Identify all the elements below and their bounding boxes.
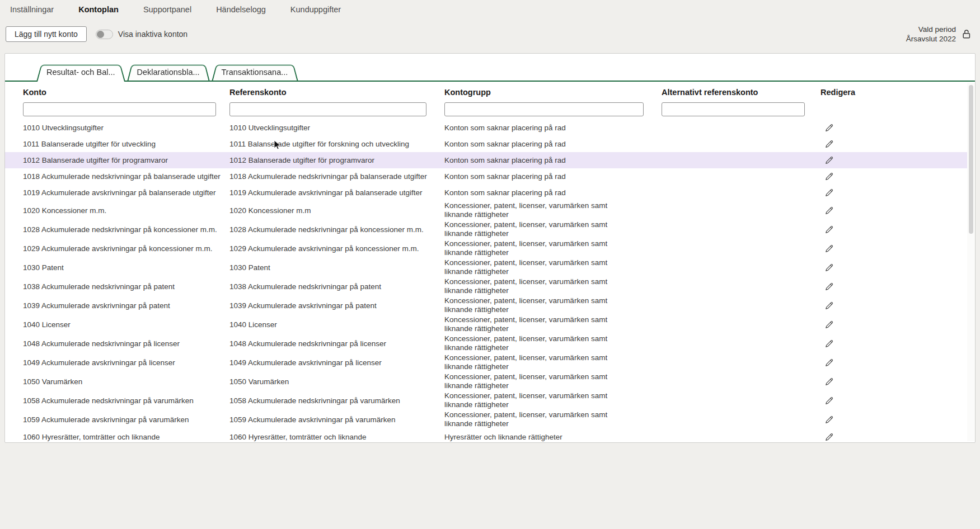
edit-cell — [820, 224, 865, 235]
referenskonto-cell: 1048 Ackumulerade nedskrivningar på lice… — [229, 339, 444, 348]
table-row[interactable]: 1020 Koncessioner m.m.1020 Koncessioner … — [5, 201, 975, 220]
vertical-scrollbar[interactable] — [967, 83, 975, 441]
table-row[interactable]: 1059 Ackumulerade avskrivningar på varum… — [5, 410, 975, 429]
table-row[interactable]: 1058 Ackumulerade nedskrivningar på varu… — [5, 391, 975, 410]
pencil-icon[interactable] — [824, 155, 834, 166]
referenskonto-cell: 1060 Hyresrätter, tomträtter och liknand… — [229, 433, 444, 441]
pencil-icon[interactable] — [824, 224, 834, 235]
edit-cell — [820, 155, 865, 166]
pencil-icon[interactable] — [824, 376, 834, 387]
pencil-icon[interactable] — [824, 139, 834, 149]
nav-item-kunduppgifter[interactable]: Kunduppgifter — [290, 5, 341, 14]
referenskonto-cell: 1029 Ackumulerade avskrivningar på konce… — [229, 244, 444, 253]
nav-item-installningar[interactable]: Inställningar — [10, 5, 54, 14]
konto-cell: 1048 Ackumulerade nedskrivningar på lice… — [23, 339, 229, 348]
kontogrupp-cell: Hyresrätter och liknande rättigheter — [444, 432, 630, 442]
referenskonto-cell: 1038 Ackumulerade nedskrivningar på pate… — [229, 282, 444, 291]
table-row[interactable]: 1038 Ackumulerade nedskrivningar på pate… — [5, 277, 975, 296]
pencil-icon[interactable] — [824, 171, 834, 182]
edit-cell — [820, 262, 865, 273]
kontogrupp-cell: Konton som saknar placering på rad — [444, 139, 630, 149]
table-row[interactable]: 1028 Ackumulerade nedskrivningar på konc… — [5, 220, 975, 239]
edit-cell — [820, 122, 865, 133]
pencil-icon[interactable] — [824, 395, 834, 406]
konto-cell: 1018 Ackumulerade nedskrivningar på bala… — [23, 172, 229, 181]
pencil-icon[interactable] — [824, 414, 834, 425]
tab-resultat-och-bal[interactable]: Resultat- och Bal... — [36, 63, 125, 82]
referenskonto-cell: 1049 Ackumulerade avskrivningar på licen… — [229, 358, 444, 367]
toolbar: Lägg till nytt konto Visa inaktiva konto… — [0, 22, 980, 46]
table-row[interactable]: 1040 Licenser1040 LicenserKoncessioner, … — [5, 315, 975, 334]
show-inactive-toggle[interactable]: Visa inaktiva konton — [96, 30, 187, 39]
table-row[interactable]: 1029 Ackumulerade avskrivningar på konce… — [5, 239, 975, 258]
column-header-redigera: Redigera — [820, 88, 865, 97]
table-row[interactable]: 1060 Hyresrätter, tomträtter och liknand… — [5, 429, 975, 443]
konto-cell: 1020 Koncessioner m.m. — [23, 206, 229, 215]
pencil-icon[interactable] — [824, 338, 834, 349]
filter-row — [5, 102, 975, 116]
table-row[interactable]: 1010 Utvecklingsutgifter1010 Utvecklings… — [5, 120, 975, 136]
account-rows: 1010 Utvecklingsutgifter1010 Utvecklings… — [5, 120, 975, 443]
kontogrupp-filter-input[interactable] — [444, 102, 644, 116]
konto-cell: 1059 Ackumulerade avskrivningar på varum… — [23, 415, 229, 424]
kontogrupp-cell: Konton som saknar placering på rad — [444, 188, 630, 198]
nav-item-handelselogg[interactable]: Händelselogg — [216, 5, 266, 14]
edit-cell — [820, 319, 865, 330]
kontogrupp-cell: Konton som saknar placering på rad — [444, 155, 630, 166]
selected-period: Vald period Årsavslut 2022 — [906, 25, 972, 44]
referenskonto-cell: 1019 Ackumulerade avskrivningar på balan… — [229, 188, 444, 197]
table-row[interactable]: 1030 Patent1030 PatentKoncessioner, pate… — [5, 258, 975, 277]
table-row[interactable]: 1018 Ackumulerade nedskrivningar på bala… — [5, 168, 975, 185]
referenskonto-cell: 1010 Utvecklingsutgifter — [229, 124, 444, 132]
add-account-button[interactable]: Lägg till nytt konto — [6, 26, 87, 42]
table-row[interactable]: 1012 Balanserade utgifter för programvar… — [5, 152, 975, 168]
table-row[interactable]: 1048 Ackumulerade nedskrivningar på lice… — [5, 334, 975, 353]
tab-deklarationsbla[interactable]: Deklarationsbla... — [127, 63, 210, 82]
referenskonto-cell: 1028 Ackumulerade nedskrivningar på konc… — [229, 225, 444, 234]
toggle-knob — [97, 31, 104, 38]
pencil-icon[interactable] — [824, 357, 834, 368]
konto-filter-input[interactable] — [23, 102, 216, 116]
column-header-alt-referenskonto: Alternativt referenskonto — [662, 88, 820, 97]
pencil-icon[interactable] — [824, 262, 834, 273]
table-row[interactable]: 1019 Ackumulerade avskrivningar på balan… — [5, 185, 975, 201]
referenskonto-filter-input[interactable] — [229, 102, 426, 116]
pencil-icon[interactable] — [824, 300, 834, 311]
tab-transaktionsana[interactable]: Transaktionsana... — [212, 63, 298, 82]
pencil-icon[interactable] — [824, 319, 834, 330]
edit-cell — [820, 395, 865, 406]
kontogrupp-cell: Koncessioner, patent, licenser, varumärk… — [444, 277, 630, 296]
pencil-icon[interactable] — [824, 205, 834, 216]
column-header-referenskonto: Referenskonto — [229, 88, 444, 97]
pencil-icon[interactable] — [824, 122, 834, 133]
tab-bar: Resultat- och Bal...Deklarationsbla...Tr… — [5, 54, 975, 82]
konto-cell: 1040 Licenser — [23, 320, 229, 329]
konto-cell: 1029 Ackumulerade avskrivningar på konce… — [23, 244, 229, 253]
referenskonto-cell: 1039 Ackumulerade avskrivningar på paten… — [229, 301, 444, 310]
kontogrupp-cell: Konton som saknar placering på rad — [444, 123, 630, 133]
table-row[interactable]: 1050 Varumärken1050 VarumärkenKoncession… — [5, 372, 975, 391]
nav-item-supportpanel[interactable]: Supportpanel — [143, 5, 191, 14]
table-row[interactable]: 1039 Ackumulerade avskrivningar på paten… — [5, 296, 975, 315]
konto-cell: 1030 Patent — [23, 263, 229, 272]
pencil-icon[interactable] — [824, 243, 834, 254]
alt-referenskonto-filter-input[interactable] — [662, 102, 805, 116]
pencil-icon[interactable] — [824, 187, 834, 198]
toggle-switch-icon[interactable] — [96, 30, 113, 39]
pencil-icon[interactable] — [824, 281, 834, 292]
tab-label: Transaktionsana... — [222, 68, 288, 77]
scrollbar-thumb[interactable] — [969, 85, 973, 234]
kontogrupp-cell: Koncessioner, patent, licenser, varumärk… — [444, 220, 630, 239]
kontogrupp-cell: Koncessioner, patent, licenser, varumärk… — [444, 315, 630, 334]
table-row[interactable]: 1011 Balanserade utgifter för utveckling… — [5, 136, 975, 152]
pencil-icon[interactable] — [824, 432, 834, 442]
edit-cell — [820, 139, 865, 149]
kontogrupp-cell: Koncessioner, patent, licenser, varumärk… — [444, 391, 630, 410]
table-row[interactable]: 1049 Ackumulerade avskrivningar på licen… — [5, 353, 975, 372]
toggle-label: Visa inaktiva konton — [118, 30, 187, 39]
nav-item-kontoplan[interactable]: Kontoplan — [78, 5, 119, 14]
kontogrupp-cell: Koncessioner, patent, licenser, varumärk… — [444, 334, 630, 353]
kontogrupp-cell: Koncessioner, patent, licenser, varumärk… — [444, 201, 630, 220]
column-header-konto: Konto — [23, 88, 229, 97]
edit-cell — [820, 281, 865, 292]
